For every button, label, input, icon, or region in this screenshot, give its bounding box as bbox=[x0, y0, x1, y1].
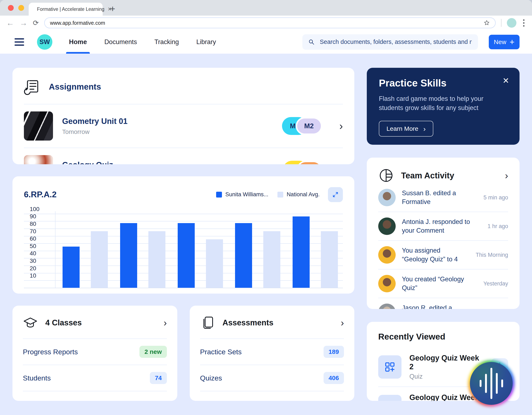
activity-text: Antonia J. responded to your Comment bbox=[402, 217, 478, 235]
main-nav: HomeDocumentsTrackingLibrary bbox=[69, 30, 216, 54]
address-bar[interactable]: www.app.formative.com bbox=[44, 18, 496, 28]
y-axis-tick: 20 bbox=[30, 265, 36, 272]
nav-item-home[interactable]: Home bbox=[69, 30, 87, 54]
reload-icon[interactable]: ⟳ bbox=[33, 19, 39, 26]
bar-sunita-williams---[interactable] bbox=[120, 223, 137, 288]
count-badge: 189 bbox=[323, 346, 344, 358]
activity-item[interactable]: Sussan B. edited a Formative5 min ago bbox=[378, 183, 508, 212]
search-icon bbox=[308, 39, 315, 46]
user-avatar[interactable]: SW bbox=[37, 34, 52, 50]
legend-label: National Avg. bbox=[286, 191, 320, 198]
x-axis-label: Unit 1 –Quiz 110/01/24 bbox=[63, 289, 108, 294]
new-button[interactable]: New + bbox=[489, 35, 520, 49]
nav-item-tracking[interactable]: Tracking bbox=[154, 30, 179, 54]
nav-item-library[interactable]: Library bbox=[196, 30, 216, 54]
class-badges: M1M2 bbox=[282, 117, 322, 135]
bar-national-avg-[interactable] bbox=[148, 231, 165, 288]
assignment-info: Geometry Unit 01Tomorrow bbox=[62, 117, 128, 135]
new-tab-button[interactable]: + bbox=[107, 4, 118, 14]
bar-national-avg-[interactable] bbox=[206, 239, 223, 288]
chevron-right-icon[interactable]: › bbox=[505, 170, 508, 181]
y-axis-tick: 30 bbox=[30, 258, 36, 264]
x-axis-label: Unit 1 –Quiz 310/016/2 bbox=[178, 289, 223, 294]
expand-chart-button[interactable] bbox=[328, 187, 343, 202]
bar-national-avg-[interactable] bbox=[321, 231, 338, 288]
learn-more-button[interactable]: Learn More › bbox=[379, 121, 433, 137]
stat-row-quizes[interactable]: Quizes406 bbox=[200, 365, 344, 391]
y-axis-tick: 90 bbox=[30, 213, 36, 220]
expand-icon bbox=[332, 191, 339, 199]
assignment-row[interactable]: Geology QuizFridayS1S2› bbox=[24, 148, 343, 164]
avatar bbox=[378, 275, 396, 292]
bar-group bbox=[235, 214, 280, 288]
ai-voice-assistant-button[interactable] bbox=[468, 360, 514, 407]
team-activity-card: Team Activity › Sussan B. edited a Forma… bbox=[367, 158, 520, 309]
bookmark-star-icon[interactable] bbox=[484, 20, 490, 26]
forward-icon[interactable]: → bbox=[19, 19, 28, 27]
stat-label: Students bbox=[23, 374, 51, 382]
browser-profile-avatar[interactable] bbox=[507, 18, 516, 28]
bar-sunita-williams---[interactable] bbox=[63, 247, 80, 288]
back-icon[interactable]: ← bbox=[6, 19, 14, 27]
tab-title: Formative | Accelerate Learning bbox=[37, 6, 104, 12]
waveform-icon bbox=[470, 362, 513, 405]
activity-item[interactable]: Jason R. edited a FormativeTuesday bbox=[378, 298, 508, 309]
browser-tab[interactable]: Formative | Accelerate Learning ✕ bbox=[29, 3, 103, 16]
classes-rows: Progress Reports2 newStudents74 bbox=[23, 339, 167, 391]
hamburger-menu-icon[interactable] bbox=[15, 38, 24, 46]
search-bar[interactable] bbox=[302, 34, 478, 50]
assignment-info: Geology QuizFriday bbox=[62, 161, 113, 164]
bar-group bbox=[293, 214, 338, 288]
stat-row-practice-sets[interactable]: Practice Sets189 bbox=[200, 339, 344, 365]
assignment-title: Geology Quiz bbox=[62, 161, 113, 164]
team-activity-title: Team Activity bbox=[401, 171, 454, 180]
legend-label: Sunita Williams... bbox=[225, 191, 268, 198]
dashboard: Assignments Geometry Unit 01TomorrowM1M2… bbox=[0, 54, 532, 415]
activity-item[interactable]: You created “Geology Quiz”Yesterday bbox=[378, 270, 508, 298]
assessments-card: Assessments › Practice Sets189Quizes406 bbox=[190, 306, 354, 401]
plot-area: 102030405060708090100 bbox=[24, 214, 343, 288]
bar-sunita-williams---[interactable] bbox=[235, 223, 252, 288]
chart-legend: Sunita Williams...National Avg. bbox=[216, 191, 320, 198]
chart-title: 6.RP.A.2 bbox=[24, 190, 57, 199]
stat-label: Quizes bbox=[200, 374, 222, 382]
stat-row-progress-reports[interactable]: Progress Reports2 new bbox=[23, 339, 167, 365]
search-input[interactable] bbox=[319, 38, 472, 46]
minimize-window-button[interactable] bbox=[18, 5, 24, 11]
activity-item[interactable]: Antonia J. responded to your Comment1 hr… bbox=[378, 212, 508, 241]
legend-item: National Avg. bbox=[277, 191, 320, 198]
activity-text: Sussan B. edited a Formative bbox=[402, 189, 474, 206]
y-axis-tick: 100 bbox=[30, 206, 39, 212]
chevron-right-icon[interactable]: › bbox=[339, 120, 343, 132]
chevron-right-icon[interactable]: › bbox=[163, 317, 167, 328]
url-text: www.app.formative.com bbox=[50, 20, 105, 26]
chevron-right-icon: › bbox=[423, 125, 426, 133]
y-axis-tick: 10 bbox=[30, 272, 36, 279]
plus-icon: + bbox=[510, 39, 514, 45]
close-icon[interactable]: ✕ bbox=[503, 76, 509, 85]
practice-skills-body: Flash card game modes to help your stude… bbox=[379, 94, 495, 113]
recently-viewed-title: Recently Viewed bbox=[378, 332, 508, 342]
bar-national-avg-[interactable] bbox=[263, 231, 280, 288]
chevron-right-icon[interactable]: › bbox=[341, 317, 344, 328]
x-axis-labels: Unit 1 –Quiz 110/01/24Unit 1 –Quiz 210/0… bbox=[60, 289, 341, 294]
close-window-button[interactable] bbox=[8, 5, 14, 11]
bar-group bbox=[178, 214, 223, 288]
activity-item[interactable]: You assigned “Geology Quiz” to 4This Mor… bbox=[378, 241, 508, 270]
bar-chart: 102030405060708090100 Unit 1 –Quiz 110/0… bbox=[24, 211, 343, 294]
bar-sunita-williams---[interactable] bbox=[293, 216, 310, 288]
count-badge: 74 bbox=[150, 372, 167, 384]
bar-sunita-williams---[interactable] bbox=[178, 223, 195, 288]
assignments-list: Geometry Unit 01TomorrowM1M2›Geology Qui… bbox=[24, 104, 343, 164]
activity-text: Jason R. edited a Formative bbox=[402, 304, 477, 309]
chevron-right-icon[interactable]: › bbox=[339, 164, 343, 164]
browser-menu-icon[interactable] bbox=[522, 18, 526, 28]
assignment-row[interactable]: Geometry Unit 01TomorrowM1M2› bbox=[24, 104, 343, 148]
bar-national-avg-[interactable] bbox=[91, 231, 108, 288]
stat-row-students[interactable]: Students74 bbox=[23, 365, 167, 391]
y-axis-tick: 70 bbox=[30, 228, 36, 235]
standard-chart-card: 6.RP.A.2 Sunita Williams...National Avg.… bbox=[12, 176, 354, 294]
team-activity-list: Sussan B. edited a Formative5 min agoAnt… bbox=[378, 183, 508, 309]
team-activity-icon bbox=[378, 168, 394, 183]
nav-item-documents[interactable]: Documents bbox=[104, 30, 137, 54]
